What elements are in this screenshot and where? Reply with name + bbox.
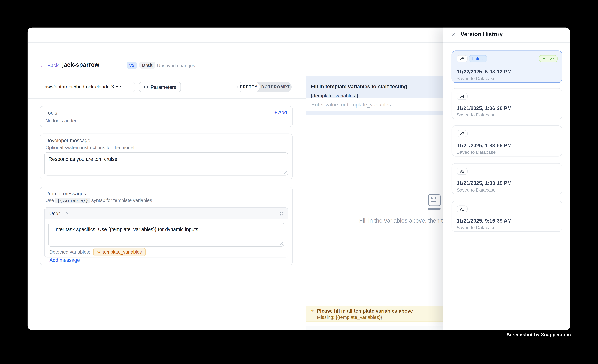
format-toggle: PRETTY DOTPROMPT xyxy=(238,82,292,92)
chevron-down-icon xyxy=(128,84,132,88)
developer-message-label: Developer message xyxy=(45,137,90,143)
version-timestamp: 11/22/2025, 6:08:12 PM xyxy=(457,69,512,75)
version-card-v4[interactable]: v4 11/21/2025, 1:36:28 PM Saved to Datab… xyxy=(452,88,562,119)
tools-card: Tools + Add No tools added xyxy=(40,106,293,127)
toggle-pretty[interactable]: PRETTY xyxy=(238,82,260,92)
active-badge: Active xyxy=(539,55,558,62)
model-select-value: aws/anthropic/bedrock-claude-3-5-s... xyxy=(45,84,128,90)
syntax-suffix: syntax for template variables xyxy=(91,198,152,203)
template-variable-chip[interactable]: ✎ template_variables xyxy=(93,248,146,256)
toolbar-divider xyxy=(28,98,306,99)
version-card-v3[interactable]: v3 11/21/2025, 1:33:56 PM Saved to Datab… xyxy=(452,125,562,157)
latest-badge: Latest xyxy=(469,55,487,62)
tools-empty-text: No tools added xyxy=(45,118,77,124)
version-card-v5[interactable]: v5 Latest Active 11/22/2025, 6:08:12 PM … xyxy=(452,50,562,83)
version-history-drawer: ✕ Version History v5 Latest Active 11/22… xyxy=(443,28,570,330)
chevron-down-icon xyxy=(66,211,70,214)
watermark-text: Screenshot by Xnapper.com xyxy=(507,332,571,338)
back-arrow-icon: ← xyxy=(40,63,45,68)
message-textarea[interactable]: Enter task specifics. Use {{template_var… xyxy=(48,223,284,247)
syntax-prefix: Use xyxy=(45,198,54,203)
version-timestamp: 11/21/2025, 1:33:56 PM xyxy=(457,143,512,149)
version-number-badge: v4 xyxy=(457,93,467,100)
developer-message-hint: Optional system instructions for the mod… xyxy=(45,145,134,150)
bot-face-icon xyxy=(428,194,441,206)
screenshot-stage: ← Back jack-sparrow v5 Draft Unsaved cha… xyxy=(0,0,598,364)
warning-title: Please fill in all template variables ab… xyxy=(317,308,413,314)
message-block: User Enter task specifics. Use {{templat… xyxy=(44,207,288,257)
template-variable-chip-label: template_variables xyxy=(103,249,142,255)
version-timestamp: 11/21/2025, 1:33:19 PM xyxy=(457,180,512,186)
app-window: ← Back jack-sparrow v5 Draft Unsaved cha… xyxy=(28,28,570,330)
version-badge: v5 xyxy=(126,62,137,69)
version-number-badge: v1 xyxy=(457,205,467,212)
drawer-header-divider xyxy=(443,42,570,43)
parameters-button[interactable]: ⚙ Parameters xyxy=(139,82,181,92)
tools-label: Tools xyxy=(45,110,57,116)
unsaved-changes-label: Unsaved changes xyxy=(157,63,195,68)
version-number-badge: v5 xyxy=(457,55,467,62)
version-timestamp: 11/21/2025, 9:16:39 AM xyxy=(457,218,512,224)
back-label: Back xyxy=(47,63,59,68)
prompt-messages-card: Prompt messages Use {{variable}} syntax … xyxy=(40,187,293,265)
version-number-badge: v3 xyxy=(457,130,467,137)
detected-variables-row: Detected variables: ✎ template_variables xyxy=(49,248,146,256)
version-saved-label: Saved to Database xyxy=(457,225,496,230)
message-role-header[interactable]: User xyxy=(45,208,288,219)
syntax-code-chip: {{variable}} xyxy=(55,198,90,203)
empty-state-text: Fill in the variables above, then typ xyxy=(359,217,449,224)
prompt-syntax-hint: Use {{variable}} syntax for template var… xyxy=(45,198,152,203)
developer-message-textarea-wrap: Respond as you are tom cruise xyxy=(44,152,288,175)
toggle-dotprompt[interactable]: DOTPROMPT xyxy=(260,82,291,92)
version-saved-label: Saved to Database xyxy=(457,187,496,193)
model-select[interactable]: aws/anthropic/bedrock-claude-3-5-s... xyxy=(40,82,135,92)
banner-title: Fill in template variables to start test… xyxy=(311,83,407,89)
add-tool-button[interactable]: + Add xyxy=(274,110,287,116)
message-role-value: User xyxy=(49,210,60,216)
drag-handle-icon[interactable] xyxy=(280,211,283,216)
version-saved-label: Saved to Database xyxy=(457,112,496,118)
warning-icon: ⚠ xyxy=(310,308,315,314)
gear-icon: ⚙ xyxy=(144,84,148,90)
parameters-label: Parameters xyxy=(150,84,176,90)
version-saved-label: Saved to Database xyxy=(457,76,496,81)
version-card-v2[interactable]: v2 11/21/2025, 1:33:19 PM Saved to Datab… xyxy=(452,163,562,194)
version-timestamp: 11/21/2025, 1:36:28 PM xyxy=(457,105,512,111)
message-textarea-wrap: Enter task specifics. Use {{template_var… xyxy=(48,223,284,247)
back-button[interactable]: ← Back xyxy=(40,63,58,68)
prompt-messages-label: Prompt messages xyxy=(45,191,86,197)
add-message-button[interactable]: + Add message xyxy=(45,257,80,263)
version-number-badge: v2 xyxy=(457,168,467,175)
version-history-title: Version History xyxy=(461,31,503,37)
developer-message-textarea[interactable]: Respond as you are tom cruise xyxy=(44,152,288,175)
developer-message-card: Developer message Optional system instru… xyxy=(40,134,293,179)
page-title: jack-sparrow xyxy=(62,61,99,68)
warning-missing-text: Missing: {{template_variables}} xyxy=(317,314,382,320)
bot-face-icon-base xyxy=(428,208,441,210)
detected-variables-label: Detected variables: xyxy=(49,249,90,255)
close-icon[interactable]: ✕ xyxy=(451,31,456,38)
version-card-v1[interactable]: v1 11/21/2025, 9:16:39 AM Saved to Datab… xyxy=(452,201,562,232)
draft-badge: Draft xyxy=(140,62,155,69)
version-saved-label: Saved to Database xyxy=(457,149,496,155)
pencil-icon: ✎ xyxy=(97,249,101,255)
